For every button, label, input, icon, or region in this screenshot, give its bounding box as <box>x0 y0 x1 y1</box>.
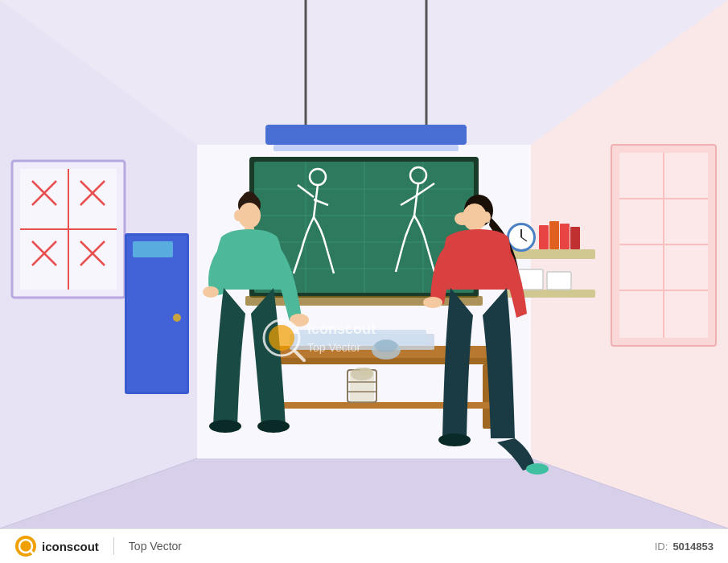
svg-point-89 <box>203 286 219 298</box>
svg-rect-64 <box>560 224 570 249</box>
logo-text: iconscout <box>42 540 99 553</box>
svg-point-99 <box>526 463 549 475</box>
svg-point-83 <box>375 339 397 352</box>
svg-rect-56 <box>245 296 483 306</box>
id-value: 5014853 <box>672 540 714 553</box>
bottom-bar: iconscout Top Vector ID: 5014853 <box>0 528 728 563</box>
svg-rect-34 <box>274 145 459 151</box>
bottom-right-section: ID: 5014853 <box>655 540 714 553</box>
svg-point-87 <box>234 210 242 221</box>
svg-rect-63 <box>549 221 559 249</box>
illustration-wrapper: iconscout Top Vector iconscout Top <box>0 0 728 563</box>
bottom-left-section: iconscout Top Vector <box>14 535 182 557</box>
svg-point-23 <box>173 314 181 322</box>
id-label: ID: <box>655 540 668 553</box>
svg-line-108 <box>31 551 35 556</box>
top-vector-label: Top Vector <box>129 540 182 553</box>
svg-point-100 <box>438 434 471 446</box>
svg-point-92 <box>257 420 290 433</box>
page-container: iconscout Top Vector iconscout Top <box>0 0 728 563</box>
svg-point-95 <box>454 212 471 225</box>
svg-rect-24 <box>133 241 173 257</box>
svg-rect-62 <box>539 225 549 249</box>
svg-point-96 <box>483 212 491 223</box>
svg-text:iconscout: iconscout <box>307 321 376 337</box>
svg-point-98 <box>423 297 442 308</box>
svg-rect-33 <box>265 125 467 145</box>
svg-text:Top Vector: Top Vector <box>307 341 360 354</box>
svg-rect-22 <box>127 236 187 392</box>
svg-rect-68 <box>547 272 571 290</box>
svg-point-91 <box>209 420 241 433</box>
main-illustration: iconscout Top Vector <box>0 0 728 563</box>
iconscout-logo: iconscout <box>14 535 99 557</box>
svg-point-81 <box>360 368 372 376</box>
svg-point-102 <box>269 325 294 351</box>
iconscout-logo-icon <box>14 535 37 557</box>
divider <box>113 537 114 555</box>
svg-rect-65 <box>570 227 580 249</box>
